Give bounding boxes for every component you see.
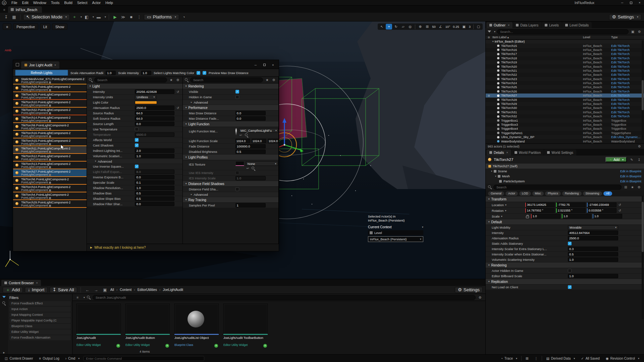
eye-column-icon[interactable]: ⊙ [488,36,492,39]
checkbox[interactable] [568,285,572,289]
actor-label[interactable]: TikiTorch22 [501,73,583,76]
actor-type[interactable]: Edit TikiTorch [611,52,644,56]
actor-type[interactable]: Edit TikiTorch [611,44,644,48]
use-selected-icon[interactable]: ↩ [239,133,242,137]
actor-label[interactable]: TriggerBox3 [501,123,583,126]
actor-type[interactable]: TriggerBox [611,123,644,126]
viewport-options-icon[interactable]: ≡ [3,23,11,30]
filter-chip[interactable]: General [488,191,504,196]
filter-item[interactable]: Force Feedback Effect [9,301,71,306]
maximize-viewport-icon[interactable]: ▢ [475,24,482,29]
actor-label[interactable]: TikiTorch30 [501,106,583,110]
minimize-window-button[interactable]: ─ [618,0,627,5]
light-function-section-header[interactable]: ▾Light Function [183,121,278,127]
maximize-button[interactable] [260,62,269,67]
value-input[interactable]: 0.0 [235,111,266,115]
outliner-row[interactable]: ⊙ ▾ TikiTorch32 InFlux_Beach Edit TikiTo… [486,114,644,118]
actor-type[interactable]: WaterBodyIsland [611,140,644,143]
light-list-item[interactable]: TikiTorch11.PointLightComponent-2 PointL… [13,146,87,154]
ray-tracing-section-header[interactable]: ▾Ray Tracing [183,197,278,203]
properties-search-input[interactable] [94,77,167,82]
actor-label[interactable]: TikiTorch23 [501,77,583,81]
breadcrumb-item[interactable]: EditorUtilities [138,288,163,292]
breadcrumb-item[interactable]: All [110,288,120,292]
actor-type[interactable]: Edit TikiTorch [611,94,644,97]
outliner-row[interactable]: ⊙ ▾ TikiTorch20 InFlux_Beach Edit TikiTo… [486,64,644,68]
asset-tile[interactable]: JoeLightAudit ToolbarButton Editor Utili… [223,304,268,348]
outliner-row[interactable]: ⊙ ▾ TikiTorch27 InFlux_Beach Edit TikiTo… [486,94,644,98]
advanced-expander[interactable]: ▸Advanced [183,100,278,105]
details-scrollbar[interactable] [642,196,644,319]
value-input[interactable]: 8.0 [135,170,174,174]
tab-level-details[interactable]: Level Details [562,22,592,28]
asset-tile[interactable]: JoeLightAuditList Object Blueprint Class… [174,304,219,348]
outliner-row[interactable]: ⊙ ▾ TriggerSphere1 InFlux_Beach TriggerS… [486,131,644,135]
outliner-row[interactable]: ⊙ ▾ TikiTorch17 InFlux_Beach Edit TikiTo… [486,52,644,56]
value-input[interactable]: 1.0 [135,154,174,158]
menu-item[interactable]: File [9,1,20,5]
asset-search-input[interactable] [93,295,476,300]
value-input[interactable]: 1 [235,203,266,207]
reset-location-icon[interactable]: ↺ [619,203,621,206]
filter-chip[interactable]: All [603,191,612,196]
value-input[interactable]: 0.3 [568,247,618,251]
component-row-self[interactable]: TikiTorch27 (Self) [486,164,644,169]
trace-dropdown[interactable]: ◔Trace▾ [499,355,519,362]
value-input[interactable]: 0.0 [235,116,266,121]
light-list-item[interactable]: TikiTorch9.PointLightComponent-2 PointLi… [13,123,87,131]
actor-label[interactable]: Ultra_Dynamic_Sky_BP [501,135,583,139]
editor-modes-icon[interactable]: ▦ [11,14,17,20]
unreal-logo-icon[interactable]: u [2,1,6,5]
grid-snap-value[interactable]: 50 [431,25,437,28]
value-input[interactable]: 1.0 [235,176,266,180]
rotation-y-input[interactable]: 2.521555 ° [556,208,586,213]
move-tool-icon[interactable]: + [386,24,392,29]
tab-list-icon[interactable]: ≡ [3,8,5,12]
light-list-item[interactable]: TikiTorch32.PointLightComponent-2 PointL… [13,108,87,115]
advanced-expander[interactable]: ▾Advanced [87,159,182,164]
light-list-item[interactable]: TikiTorch14.PointLightComponent-2 PointL… [13,115,87,123]
outliner-row[interactable]: ⊙ ▾ TikiTorch15 InFlux_Beach Edit TikiTo… [486,44,644,48]
value-input[interactable]: 0.5 [135,196,174,201]
preview-max-draw-checkbox[interactable] [203,71,206,75]
content-drawer-button[interactable]: ◫Content Drawer [3,355,35,362]
view-mode-dropdown[interactable]: Lit [40,23,50,30]
blueprint-edit-icon[interactable]: ✎ [629,158,634,162]
reset-to-default-icon[interactable]: ↺ [176,106,179,110]
light-list-item[interactable]: TikiTorch12.PointLightComponent-2 PointL… [13,154,87,162]
actor-label[interactable]: TriggerBox4 [501,127,583,130]
world-space-icon[interactable]: ◎ [407,24,413,29]
asset-tile[interactable]: JoeLightAudit Button Editor Utility Widg… [125,304,170,348]
actor-type[interactable]: Edit TikiTorch [611,81,644,85]
breadcrumb-item[interactable]: JoeLightAudit [163,288,183,292]
scale-y-input[interactable]: 1024.0 [252,139,266,143]
reset-rotation-icon[interactable]: ↺ [619,209,621,212]
ies-texture-dropdown[interactable]: None▾ [246,161,278,166]
value-input[interactable]: 20256.423828 [135,89,174,94]
actor-type[interactable]: TriggerBox [611,119,644,122]
settings-dropdown[interactable]: ⚙ Settings▾ [609,14,641,20]
actor-label[interactable]: TikiTorch15 [501,44,583,48]
actor-label[interactable]: TriggerBox1 [501,119,583,122]
value-input[interactable]: 0.5 [568,252,618,256]
actor-type[interactable]: Edit TikiTorch [611,61,644,64]
outliner-row[interactable]: ⊙ ▾ TikiTorch29 InFlux_Beach Edit TikiTo… [486,102,644,106]
light-list-item[interactable]: TikiTorch24.PointLightComponent-2 PointL… [13,185,87,192]
actor-label[interactable]: TikiTorch32 [501,115,583,118]
transform-section-header[interactable]: ▾Transform [486,196,644,202]
surface-snap-icon[interactable]: ⊕ [417,24,423,29]
location-y-input[interactable]: -7782.75 [556,202,586,207]
value-input[interactable]: 1.0 [568,257,618,262]
display-options-icon[interactable]: ⊞ [623,185,628,189]
outliner-row[interactable]: ⊙ ▾ TriggerBox1 InFlux_Beach TriggerBox [486,118,644,122]
context-level-dropdown[interactable]: InFlux_Beach (Persistent)▾ [368,236,423,242]
checkbox[interactable] [235,187,239,191]
play-icon[interactable]: ▶ [112,14,118,20]
value-input[interactable]: 40512.847664 [568,231,618,235]
filter-icon[interactable] [2,296,6,298]
value-dropdown[interactable]: Movable▾ [568,225,618,230]
actor-label[interactable]: TikiTorch21 [501,69,583,72]
sources-toggle-icon[interactable]: ▸ [2,351,7,354]
actor-label[interactable]: TikiTorch20 [501,65,583,68]
checkbox[interactable] [568,242,572,245]
